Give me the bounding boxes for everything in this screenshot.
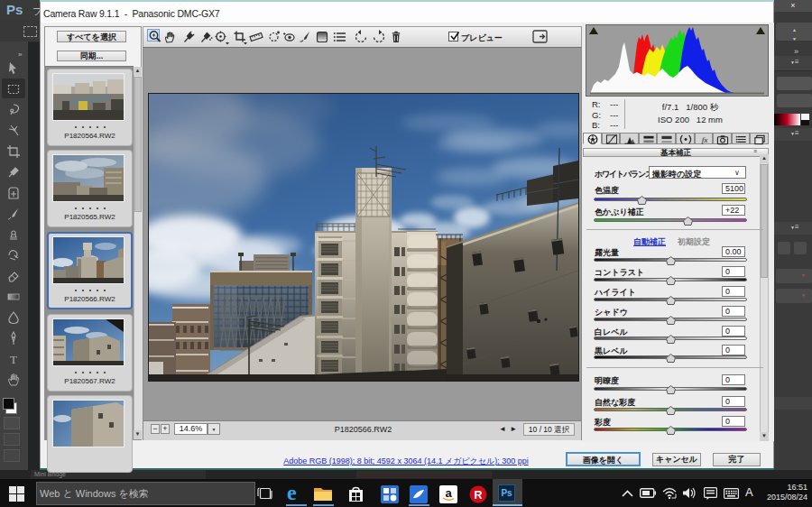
svg-text:T: T: [10, 353, 17, 366]
svg-text:fx: fx: [701, 135, 708, 144]
svg-text:a: a: [445, 486, 452, 500]
svg-text:R: R: [474, 489, 482, 502]
